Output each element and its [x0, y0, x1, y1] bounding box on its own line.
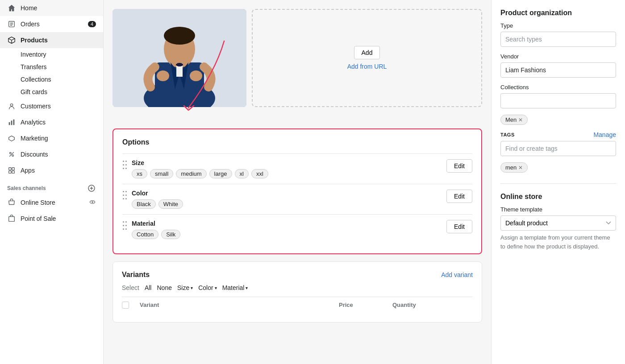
- sidebar-item-orders[interactable]: Orders 4: [0, 16, 103, 32]
- size-tag-xs: xs: [132, 169, 147, 178]
- svg-rect-7: [9, 168, 11, 170]
- sidebar-item-products-label: Products: [21, 37, 48, 44]
- sidebar-sub-gift-cards[interactable]: Gift cards: [0, 86, 103, 98]
- sidebar-item-home[interactable]: Home: [0, 0, 103, 16]
- tag-men: men ✕: [500, 162, 528, 173]
- edit-color-button[interactable]: Edit: [446, 190, 472, 203]
- remove-men-tag[interactable]: ✕: [518, 165, 523, 171]
- theme-template-label: Theme template: [500, 206, 616, 213]
- type-label: Type: [500, 22, 616, 29]
- option-row-color: Color Black White Edit: [122, 184, 472, 214]
- svg-point-6: [12, 155, 14, 157]
- size-tag-medium: medium: [176, 169, 206, 178]
- home-icon: [7, 4, 16, 12]
- size-filter-dropdown[interactable]: Size ▾: [177, 284, 193, 291]
- size-tag-large: large: [209, 169, 232, 178]
- drag-handle-color[interactable]: [122, 190, 126, 200]
- option-size-content: Size xs small medium large xl xxl: [132, 159, 441, 178]
- all-filter[interactable]: All: [145, 284, 152, 291]
- color-tag-white: White: [158, 199, 183, 209]
- svg-point-5: [10, 153, 12, 154]
- add-sales-channel-icon[interactable]: [87, 184, 96, 193]
- sidebar-item-discounts[interactable]: Discounts: [0, 146, 103, 162]
- quantity-col-header: Quantity: [392, 302, 446, 309]
- option-material-content: Material Cotton Silk: [132, 220, 441, 239]
- sidebar-item-customers[interactable]: Customers: [0, 98, 103, 114]
- svg-rect-8: [12, 168, 14, 170]
- manage-tags-link[interactable]: Manage: [593, 131, 616, 138]
- svg-point-22: [157, 70, 169, 81]
- material-filter-dropdown[interactable]: Material ▾: [222, 284, 248, 291]
- material-tag-silk: Silk: [161, 230, 180, 239]
- option-material-tags: Cotton Silk: [132, 230, 441, 239]
- tag-value-container: men ✕: [500, 160, 616, 173]
- sidebar-item-customers-label: Customers: [21, 103, 51, 110]
- type-input[interactable]: [500, 32, 616, 47]
- svg-rect-10: [12, 171, 14, 173]
- sidebar-item-online-store-label: Online Store: [21, 199, 55, 206]
- remove-collection-tag[interactable]: ✕: [518, 117, 523, 123]
- sidebar-item-home-label: Home: [21, 4, 37, 12]
- svg-rect-9: [9, 171, 11, 173]
- sidebar-item-analytics-label: Analytics: [21, 119, 46, 126]
- add-image-button[interactable]: Add: [354, 46, 380, 59]
- collections-section: Collections Men ✕: [500, 84, 616, 125]
- size-tag-small: small: [150, 169, 173, 178]
- sidebar-item-point-of-sale[interactable]: Point of Sale: [0, 211, 103, 227]
- analytics-icon: [7, 118, 16, 127]
- eye-icon[interactable]: [89, 199, 96, 207]
- panel-divider: [500, 183, 616, 184]
- material-chevron-icon: ▾: [246, 285, 248, 290]
- online-store-icon: [7, 198, 16, 207]
- online-store-title: Online store: [500, 193, 616, 201]
- edit-size-button[interactable]: Edit: [446, 159, 472, 173]
- drag-handle-material[interactable]: [122, 220, 126, 230]
- product-image: [112, 9, 246, 107]
- sidebar-sub-inventory[interactable]: Inventory: [0, 48, 103, 61]
- sidebar-item-products[interactable]: Products: [0, 32, 103, 48]
- color-filter-dropdown[interactable]: Color ▾: [198, 284, 217, 291]
- svg-point-23: [190, 70, 202, 81]
- tags-input[interactable]: [500, 141, 616, 156]
- none-filter[interactable]: None: [157, 284, 171, 291]
- products-icon: [7, 36, 16, 45]
- svg-rect-4: [13, 120, 15, 125]
- orders-badge: 4: [88, 21, 96, 27]
- svg-rect-2: [9, 122, 10, 125]
- price-col-header: Price: [339, 302, 392, 309]
- drag-handle-size[interactable]: [122, 159, 126, 170]
- option-material-name: Material: [132, 220, 441, 227]
- sidebar-sub-collections[interactable]: Collections: [0, 73, 103, 86]
- collection-tag-container: Men ✕: [500, 112, 616, 125]
- customers-icon: [7, 102, 16, 111]
- main-area: Add Add from URL Options: [104, 0, 625, 364]
- svg-point-1: [10, 104, 12, 106]
- sidebar-item-marketing[interactable]: Marketing: [0, 130, 103, 146]
- sales-channels-section: Sales channels: [0, 178, 103, 194]
- discounts-icon: [7, 150, 16, 159]
- material-tag-cotton: Cotton: [132, 230, 158, 239]
- sidebar-item-online-store[interactable]: Online Store: [0, 194, 103, 211]
- sidebar: Home Orders 4 Products Inventory Transfe…: [0, 0, 104, 364]
- sidebar-item-apps[interactable]: Apps: [0, 162, 103, 178]
- image-upload-panel[interactable]: Add Add from URL: [252, 9, 482, 107]
- marketing-icon: [7, 134, 16, 143]
- options-title: Options: [122, 138, 472, 146]
- color-tag-black: Black: [132, 199, 156, 209]
- size-tag-xxl: xxl: [251, 169, 268, 178]
- add-variant-link[interactable]: Add variant: [441, 271, 473, 278]
- material-filter-label: Material: [222, 284, 245, 291]
- apps-icon: [7, 166, 16, 175]
- product-organization-section: Product organization Type Vendor Collect…: [500, 9, 616, 173]
- collection-tag-men: Men ✕: [500, 115, 528, 125]
- point-of-sale-icon: [7, 214, 16, 223]
- sidebar-sub-transfers[interactable]: Transfers: [0, 61, 103, 73]
- edit-material-button[interactable]: Edit: [446, 220, 472, 233]
- add-from-url-link[interactable]: Add from URL: [347, 63, 387, 70]
- select-all-checkbox[interactable]: [122, 302, 129, 309]
- sidebar-item-analytics[interactable]: Analytics: [0, 114, 103, 130]
- theme-template-select[interactable]: Default product: [500, 215, 616, 231]
- table-header: Variant Price Quantity: [122, 297, 473, 313]
- collections-input[interactable]: [500, 93, 616, 108]
- vendor-input[interactable]: [500, 62, 616, 78]
